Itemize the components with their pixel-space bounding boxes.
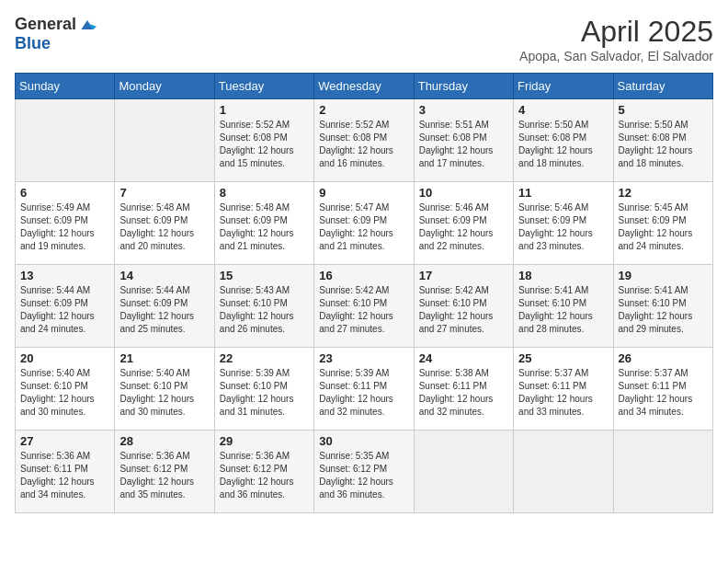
day-number: 4 — [518, 103, 608, 117]
page-header: General Blue April 2025 Apopa, San Salva… — [15, 15, 713, 63]
day-number: 10 — [419, 186, 508, 200]
logo: General Blue — [15, 15, 97, 53]
calendar-cell: 9Sunrise: 5:47 AMSunset: 6:09 PMDaylight… — [314, 182, 414, 265]
day-detail: Sunrise: 5:46 AMSunset: 6:09 PMDaylight:… — [518, 201, 608, 253]
day-detail: Sunrise: 5:42 AMSunset: 6:10 PMDaylight:… — [419, 284, 508, 336]
day-number: 19 — [619, 269, 708, 282]
day-detail: Sunrise: 5:51 AMSunset: 6:08 PMDaylight:… — [419, 119, 508, 170]
calendar-cell: 6Sunrise: 5:49 AMSunset: 6:09 PMDaylight… — [16, 182, 115, 265]
day-detail: Sunrise: 5:49 AMSunset: 6:09 PMDaylight:… — [20, 201, 109, 253]
day-number: 15 — [220, 269, 309, 282]
day-number: 11 — [518, 186, 608, 200]
day-number: 29 — [220, 434, 309, 448]
day-number: 18 — [518, 269, 608, 282]
day-detail: Sunrise: 5:44 AMSunset: 6:09 PMDaylight:… — [119, 284, 209, 336]
day-number: 12 — [619, 186, 708, 200]
location-subtitle: Apopa, San Salvador, El Salvador — [519, 49, 713, 63]
logo-blue-text: Blue — [15, 34, 51, 53]
calendar-cell — [514, 431, 613, 513]
day-number: 22 — [220, 351, 309, 365]
day-number: 2 — [319, 103, 408, 117]
day-detail: Sunrise: 5:36 AMSunset: 6:11 PMDaylight:… — [20, 450, 109, 501]
day-detail: Sunrise: 5:36 AMSunset: 6:12 PMDaylight:… — [119, 450, 209, 501]
day-number: 25 — [518, 351, 608, 365]
calendar-cell: 11Sunrise: 5:46 AMSunset: 6:09 PMDayligh… — [514, 182, 613, 265]
day-number: 6 — [20, 186, 109, 200]
day-detail: Sunrise: 5:37 AMSunset: 6:11 PMDaylight:… — [619, 367, 708, 419]
calendar-cell: 30Sunrise: 5:35 AMSunset: 6:12 PMDayligh… — [314, 431, 414, 513]
calendar-cell — [414, 431, 513, 513]
day-number: 5 — [619, 103, 708, 117]
title-area: April 2025 Apopa, San Salvador, El Salva… — [519, 15, 713, 63]
calendar-cell: 1Sunrise: 5:52 AMSunset: 6:08 PMDaylight… — [214, 99, 313, 182]
day-number: 24 — [419, 351, 508, 365]
calendar-cell: 7Sunrise: 5:48 AMSunset: 6:09 PMDaylight… — [115, 182, 214, 265]
day-detail: Sunrise: 5:41 AMSunset: 6:10 PMDaylight:… — [619, 284, 708, 336]
calendar-week-row: 20Sunrise: 5:40 AMSunset: 6:10 PMDayligh… — [16, 348, 713, 431]
day-number: 23 — [319, 351, 408, 365]
day-number: 20 — [20, 351, 109, 365]
day-detail: Sunrise: 5:40 AMSunset: 6:10 PMDaylight:… — [119, 367, 209, 419]
calendar-cell: 3Sunrise: 5:51 AMSunset: 6:08 PMDaylight… — [414, 99, 513, 182]
calendar-cell: 23Sunrise: 5:39 AMSunset: 6:11 PMDayligh… — [314, 348, 414, 431]
day-header-monday: Monday — [115, 74, 214, 99]
calendar-cell: 4Sunrise: 5:50 AMSunset: 6:08 PMDaylight… — [514, 99, 613, 182]
day-detail: Sunrise: 5:41 AMSunset: 6:10 PMDaylight:… — [518, 284, 608, 336]
day-detail: Sunrise: 5:48 AMSunset: 6:09 PMDaylight:… — [220, 201, 309, 253]
calendar-cell: 21Sunrise: 5:40 AMSunset: 6:10 PMDayligh… — [115, 348, 214, 431]
day-detail: Sunrise: 5:43 AMSunset: 6:10 PMDaylight:… — [220, 284, 309, 336]
day-number: 13 — [20, 269, 109, 282]
day-header-saturday: Saturday — [613, 74, 712, 99]
calendar-week-row: 1Sunrise: 5:52 AMSunset: 6:08 PMDaylight… — [16, 99, 713, 182]
calendar-cell: 16Sunrise: 5:42 AMSunset: 6:10 PMDayligh… — [314, 265, 414, 348]
calendar-cell — [115, 99, 214, 182]
calendar-cell: 17Sunrise: 5:42 AMSunset: 6:10 PMDayligh… — [414, 265, 513, 348]
day-number: 26 — [619, 351, 708, 365]
calendar-cell: 12Sunrise: 5:45 AMSunset: 6:09 PMDayligh… — [613, 182, 712, 265]
day-detail: Sunrise: 5:46 AMSunset: 6:09 PMDaylight:… — [419, 201, 508, 253]
calendar-cell — [613, 431, 712, 513]
calendar-week-row: 27Sunrise: 5:36 AMSunset: 6:11 PMDayligh… — [16, 431, 713, 513]
day-header-tuesday: Tuesday — [214, 74, 313, 99]
day-header-wednesday: Wednesday — [314, 74, 414, 99]
calendar-cell: 29Sunrise: 5:36 AMSunset: 6:12 PMDayligh… — [214, 431, 313, 513]
day-detail: Sunrise: 5:44 AMSunset: 6:09 PMDaylight:… — [20, 284, 109, 336]
day-detail: Sunrise: 5:39 AMSunset: 6:10 PMDaylight:… — [220, 367, 309, 419]
calendar-cell: 18Sunrise: 5:41 AMSunset: 6:10 PMDayligh… — [514, 265, 613, 348]
day-detail: Sunrise: 5:39 AMSunset: 6:11 PMDaylight:… — [319, 367, 408, 419]
day-number: 9 — [319, 186, 408, 200]
day-detail: Sunrise: 5:47 AMSunset: 6:09 PMDaylight:… — [319, 201, 408, 253]
day-number: 7 — [119, 186, 209, 200]
day-number: 28 — [119, 434, 209, 448]
day-number: 27 — [20, 434, 109, 448]
calendar-cell: 2Sunrise: 5:52 AMSunset: 6:08 PMDaylight… — [314, 99, 414, 182]
logo-general-text: General — [15, 15, 76, 34]
day-detail: Sunrise: 5:36 AMSunset: 6:12 PMDaylight:… — [220, 450, 309, 501]
day-number: 17 — [419, 269, 508, 282]
month-title: April 2025 — [519, 15, 713, 49]
day-number: 3 — [419, 103, 508, 117]
day-number: 16 — [319, 269, 408, 282]
calendar-cell: 15Sunrise: 5:43 AMSunset: 6:10 PMDayligh… — [214, 265, 313, 348]
calendar-cell: 26Sunrise: 5:37 AMSunset: 6:11 PMDayligh… — [613, 348, 712, 431]
calendar-cell: 28Sunrise: 5:36 AMSunset: 6:12 PMDayligh… — [115, 431, 214, 513]
calendar-cell: 10Sunrise: 5:46 AMSunset: 6:09 PMDayligh… — [414, 182, 513, 265]
day-number: 8 — [220, 186, 309, 200]
day-detail: Sunrise: 5:52 AMSunset: 6:08 PMDaylight:… — [220, 119, 309, 170]
day-detail: Sunrise: 5:38 AMSunset: 6:11 PMDaylight:… — [419, 367, 508, 419]
day-detail: Sunrise: 5:42 AMSunset: 6:10 PMDaylight:… — [319, 284, 408, 336]
day-detail: Sunrise: 5:45 AMSunset: 6:09 PMDaylight:… — [619, 201, 708, 253]
calendar-cell: 8Sunrise: 5:48 AMSunset: 6:09 PMDaylight… — [214, 182, 313, 265]
logo-icon — [78, 16, 97, 34]
day-number: 1 — [220, 103, 309, 117]
day-header-thursday: Thursday — [414, 74, 513, 99]
day-header-sunday: Sunday — [16, 74, 115, 99]
calendar-week-row: 6Sunrise: 5:49 AMSunset: 6:09 PMDaylight… — [16, 182, 713, 265]
day-detail: Sunrise: 5:35 AMSunset: 6:12 PMDaylight:… — [319, 450, 408, 501]
day-detail: Sunrise: 5:37 AMSunset: 6:11 PMDaylight:… — [518, 367, 608, 419]
calendar-cell: 19Sunrise: 5:41 AMSunset: 6:10 PMDayligh… — [613, 265, 712, 348]
calendar-week-row: 13Sunrise: 5:44 AMSunset: 6:09 PMDayligh… — [16, 265, 713, 348]
calendar-cell — [16, 99, 115, 182]
day-detail: Sunrise: 5:40 AMSunset: 6:10 PMDaylight:… — [20, 367, 109, 419]
calendar-cell: 27Sunrise: 5:36 AMSunset: 6:11 PMDayligh… — [16, 431, 115, 513]
